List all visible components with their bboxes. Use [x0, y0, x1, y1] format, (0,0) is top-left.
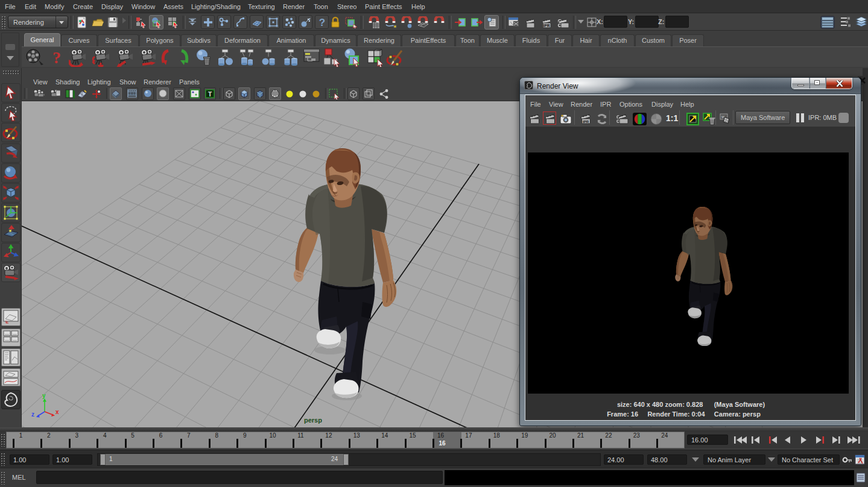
svg-text:z: z: [31, 411, 34, 418]
svg-text:IPR: IPR: [583, 120, 589, 124]
svg-text:T: T: [208, 90, 212, 98]
svg-text:IPR: IPR: [543, 24, 550, 28]
svg-text:?: ?: [319, 17, 325, 28]
svg-text:y: y: [42, 392, 46, 399]
svg-text:?: ?: [52, 48, 61, 67]
svg-text:x: x: [55, 409, 59, 415]
